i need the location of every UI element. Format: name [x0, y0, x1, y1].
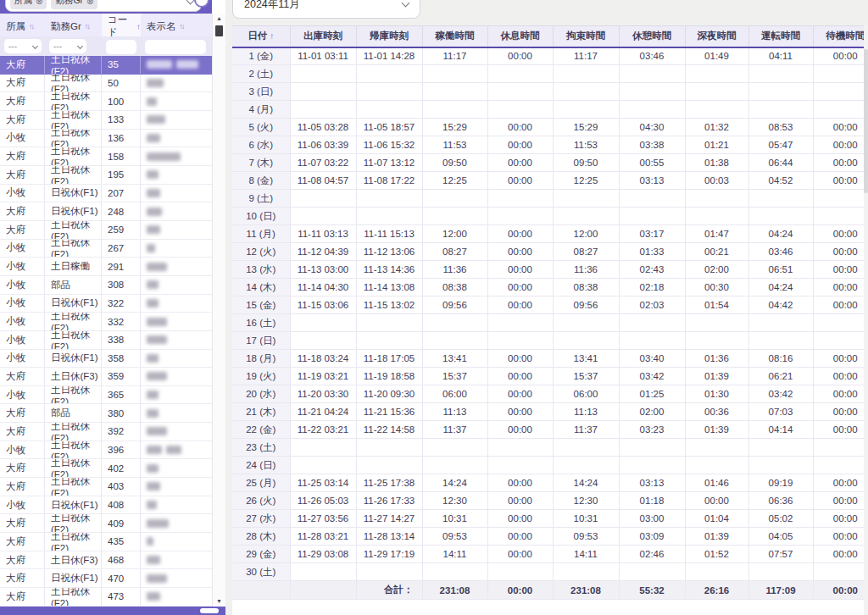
employee-row[interactable]: 小牧土日祝休(F2)396: [0, 441, 212, 460]
day-row[interactable]: 4 (月): [232, 101, 868, 119]
employee-row[interactable]: 小牧土日祝休(F2)136: [0, 130, 212, 148]
day-row[interactable]: 18 (月)11-18 03:2411-18 17:0513:4100:0013…: [232, 350, 868, 368]
time-cell: 11-08 17:22: [356, 172, 422, 190]
display-name-cell: [141, 56, 212, 74]
employee-row[interactable]: 大府土日祝休(F2)158: [0, 147, 212, 166]
column-header-display-name[interactable]: 表示名 ↑↓: [141, 14, 212, 39]
day-row[interactable]: 2 (土): [232, 65, 868, 83]
employee-row[interactable]: 大府土日休(F3)468: [0, 551, 212, 570]
day-row[interactable]: 1 (金)11-01 03:1111-01 14:2811:1700:0011:…: [232, 47, 868, 65]
day-row[interactable]: 21 (木)11-21 04:2411-21 15:3611:1300:0011…: [232, 403, 868, 421]
column-header-code[interactable]: コード ↑: [102, 14, 141, 39]
group-by-multiselect[interactable]: 所属 ⊗ 勤務Gr ⊗: [5, 0, 202, 12]
employee-row[interactable]: 小牧土日祝休(F2)338: [0, 331, 212, 350]
time-cell: 06:36: [748, 492, 813, 510]
day-row[interactable]: 3 (日): [232, 83, 868, 101]
employee-row[interactable]: 小牧部品308: [0, 276, 212, 295]
employee-row[interactable]: 大府土日祝休(F2)100: [0, 92, 212, 111]
day-row[interactable]: 28 (木)11-28 03:2111-28 13:1409:5300:0009…: [232, 528, 868, 546]
month-select[interactable]: 2024年11月: [232, 0, 420, 19]
day-row[interactable]: 26 (火)11-26 05:0311-26 17:3312:3000:0012…: [232, 492, 868, 510]
employee-row[interactable]: 大府土日祝休(F2)392: [0, 423, 212, 441]
day-table-scrollbar[interactable]: [864, 25, 868, 615]
affiliation-filter-select[interactable]: ---: [4, 39, 42, 53]
employee-row[interactable]: 小牧土日祝休(F2)267: [0, 240, 212, 258]
scroll-up-icon[interactable]: ▲: [213, 14, 225, 24]
employee-row[interactable]: 小牧土日稼働291: [0, 258, 212, 276]
time-cell: [487, 101, 553, 119]
display-name-cell: [141, 423, 212, 440]
day-row[interactable]: 9 (土): [232, 190, 868, 208]
day-row[interactable]: 23 (土): [232, 439, 868, 457]
chip-affiliation[interactable]: 所属 ⊗: [10, 0, 47, 9]
work-group-filter-select[interactable]: ---: [49, 39, 86, 53]
day-row[interactable]: 30 (土): [232, 563, 868, 581]
employee-row[interactable]: 小牧日祝休(F1)322: [0, 295, 212, 313]
employee-row[interactable]: 大府土日祝休(F2)259: [0, 221, 212, 240]
time-cell: 06:00: [422, 385, 487, 403]
day-row[interactable]: 6 (水)11-06 03:3911-06 15:3211:5300:0011:…: [232, 136, 868, 154]
employee-row[interactable]: 大府土日祝休(F2)435: [0, 533, 212, 551]
scroll-down-icon[interactable]: ▼: [213, 596, 225, 607]
day-row[interactable]: 17 (日): [232, 332, 868, 350]
column-header-work-group[interactable]: 勤務Gr ↑↓: [45, 14, 102, 39]
employee-list-scrollbar[interactable]: ▲ ▼: [212, 14, 225, 607]
employee-row[interactable]: 小牧日祝休(F1)408: [0, 496, 212, 515]
day-row[interactable]: 27 (水)11-27 03:5611-27 14:2710:3100:0010…: [232, 510, 868, 528]
employee-row[interactable]: 小牧日祝休(F1)358: [0, 350, 212, 368]
time-cell: 02:18: [619, 279, 685, 296]
employee-row[interactable]: 大府土日祝休(F2)133: [0, 111, 212, 130]
horizontal-scrollbar-thumb[interactable]: [200, 608, 219, 613]
day-table-scrollbar-thumb[interactable]: [864, 49, 868, 193]
total-value: 231:08: [422, 581, 487, 600]
code-cell: 259: [102, 221, 141, 239]
day-row[interactable]: 14 (木)11-14 04:3011-14 13:0808:3800:0008…: [232, 279, 868, 296]
horizontal-scrollbar[interactable]: [0, 607, 225, 615]
employee-row[interactable]: 小牧土日祝休(F2)365: [0, 386, 212, 405]
employee-row[interactable]: 大府部品380: [0, 404, 212, 423]
time-cell: [685, 83, 748, 101]
employee-row[interactable]: 大府土日祝休(F2)195: [0, 166, 212, 185]
day-row[interactable]: 11 (月)11-11 03:1311-11 15:1312:0000:0012…: [232, 225, 868, 243]
time-cell: 00:00: [487, 136, 553, 154]
day-row[interactable]: 5 (火)11-05 03:2811-05 18:5715:2900:0015:…: [232, 119, 868, 136]
name-filter-input[interactable]: [145, 40, 206, 54]
employee-row[interactable]: 大府土日祝休(F2)35: [0, 56, 212, 75]
remove-chip-icon[interactable]: ⊗: [86, 0, 93, 6]
employee-row[interactable]: 大府土日祝休(F2)402: [0, 459, 212, 478]
column-header-date[interactable]: 日付 ↑: [232, 26, 290, 47]
day-row[interactable]: 13 (水)11-13 03:0011-13 14:3611:3600:0011…: [232, 261, 868, 279]
employee-row[interactable]: 大府土日祝休(F2)409: [0, 514, 212, 533]
employee-row[interactable]: 小牧日祝休(F1)207: [0, 185, 212, 203]
employee-row[interactable]: 小牧土日祝休(F2)332: [0, 313, 212, 331]
chip-work-group[interactable]: 勤務Gr ⊗: [51, 0, 97, 9]
day-row[interactable]: 8 (金)11-08 04:5711-08 17:2212:2500:0012:…: [232, 172, 868, 190]
employee-row[interactable]: 大府土日休(F3)359: [0, 368, 212, 386]
time-cell: 03:13: [619, 474, 685, 492]
day-row[interactable]: 7 (木)11-07 03:2211-07 13:1209:5000:0009:…: [232, 154, 868, 172]
employee-row[interactable]: 大府日祝休(F1)470: [0, 569, 212, 588]
day-row[interactable]: 16 (土): [232, 314, 868, 332]
day-row[interactable]: 22 (金)11-22 03:2111-22 14:5811:3700:0011…: [232, 421, 868, 439]
code-filter-input[interactable]: [106, 40, 136, 54]
day-row[interactable]: 20 (水)11-20 03:3011-20 09:3006:0000:0006…: [232, 385, 868, 403]
day-row[interactable]: 12 (火)11-12 04:3911-12 13:0608:2700:0008…: [232, 243, 868, 261]
day-row[interactable]: 15 (金)11-15 03:0611-15 13:0209:5600:0009…: [232, 296, 868, 314]
day-row[interactable]: 25 (月)11-25 03:1411-25 17:3814:2400:0014…: [232, 474, 868, 492]
vertical-scrollbar-thumb[interactable]: [215, 25, 223, 36]
day-row[interactable]: 10 (日): [232, 208, 868, 225]
employee-row[interactable]: 大府日祝休(F1)248: [0, 202, 212, 221]
employee-row[interactable]: 大府土日祝休(F2)403: [0, 478, 212, 496]
date-cell: 22 (金): [232, 421, 290, 439]
day-row[interactable]: 19 (火)11-19 03:2111-19 18:5815:3700:0015…: [232, 368, 868, 385]
time-cell: 00:00: [813, 225, 868, 243]
day-row[interactable]: 29 (金)11-29 03:0811-29 17:1914:1100:0014…: [232, 546, 868, 563]
date-cell: 7 (木): [232, 154, 290, 172]
month-select-value: 2024年11月: [244, 0, 300, 12]
employee-row[interactable]: 大府土日祝休(F2)473: [0, 588, 212, 607]
remove-chip-icon[interactable]: ⊗: [36, 0, 42, 6]
employee-row[interactable]: 大府土日祝休(F2)50: [0, 75, 212, 93]
day-row[interactable]: 24 (日): [232, 457, 868, 474]
column-header-affiliation[interactable]: 所属 ↑↓: [0, 14, 45, 39]
work-group-cell: 土日祝休(F2): [45, 92, 102, 110]
